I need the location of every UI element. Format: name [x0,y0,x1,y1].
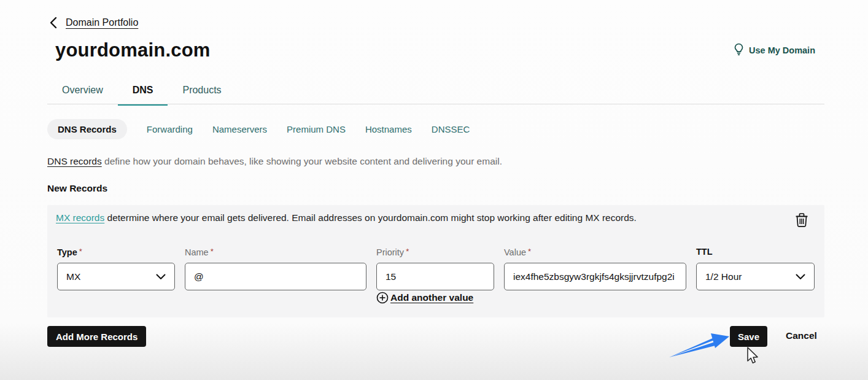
add-another-value-button[interactable]: Add another value [376,292,473,304]
ttl-select[interactable]: 1/2 Hour [696,263,815,290]
required-asterisk: * [528,247,531,256]
use-my-domain-label: Use My Domain [749,45,815,55]
subtab-nameservers[interactable]: Nameservers [212,124,267,134]
breadcrumb: Domain Portfolio [49,17,138,29]
save-button[interactable]: Save [730,326,767,347]
ttl-select-value: 1/2 Hour [705,271,742,282]
dns-subtabs: DNS Records Forwarding Nameservers Premi… [47,119,470,139]
main-tabs: Overview DNS Products [47,77,236,106]
mx-records-link[interactable]: MX records [56,212,104,223]
required-asterisk: * [79,247,82,256]
chevron-down-icon [156,271,166,282]
dns-records-help-link[interactable]: DNS records [47,156,102,166]
trash-icon [795,212,808,229]
ttl-label: TTL [696,247,713,257]
subtab-forwarding[interactable]: Forwarding [147,124,193,134]
type-select[interactable]: MX [57,263,175,290]
tab-dns[interactable]: DNS [118,77,168,106]
name-input[interactable] [185,263,366,290]
delete-record-button[interactable] [794,212,810,228]
add-more-records-button[interactable]: Add More Records [47,326,146,347]
subtab-dns-records[interactable]: DNS Records [47,119,127,139]
name-label: Name* [185,247,214,257]
use-my-domain-button[interactable]: Use My Domain [734,43,815,58]
page-title: yourdomain.com [55,39,211,61]
subtab-dnssec[interactable]: DNSSEC [432,124,470,134]
tabs-divider [47,104,824,104]
chevron-down-icon [796,271,805,282]
type-select-value: MX [66,271,80,282]
add-another-value-label: Add another value [390,292,473,303]
dns-management-page: Domain Portfolio yourdomain.com Use My D… [0,0,868,380]
cancel-button[interactable]: Cancel [786,330,817,341]
dns-description-text: define how your domain behaves, like sho… [102,156,502,166]
type-label: Type* [57,247,82,257]
priority-input[interactable] [376,263,494,290]
new-records-heading: New Records [47,183,107,194]
subtab-premium-dns[interactable]: Premium DNS [287,124,346,134]
back-chevron-icon[interactable] [49,17,57,29]
dns-description: DNS records define how your domain behav… [47,156,502,167]
mx-warning-rest: determine where your email gets delivere… [104,212,637,223]
tab-overview[interactable]: Overview [47,77,118,106]
mouse-cursor [743,346,759,368]
priority-label: Priority* [376,247,409,257]
tab-products[interactable]: Products [168,77,236,106]
domain-portfolio-link[interactable]: Domain Portfolio [66,17,138,28]
required-asterisk: * [406,247,409,256]
new-record-panel: MX records determine where your email ge… [47,205,824,317]
mx-warning-text: MX records determine where your email ge… [56,212,700,223]
subtab-hostnames[interactable]: Hostnames [365,124,412,134]
value-label: Value* [504,247,531,257]
plus-circle-icon [376,292,389,304]
value-input[interactable] [504,263,686,290]
required-asterisk: * [211,247,214,256]
annotation-arrow [668,329,732,362]
lightbulb-icon [734,43,744,58]
